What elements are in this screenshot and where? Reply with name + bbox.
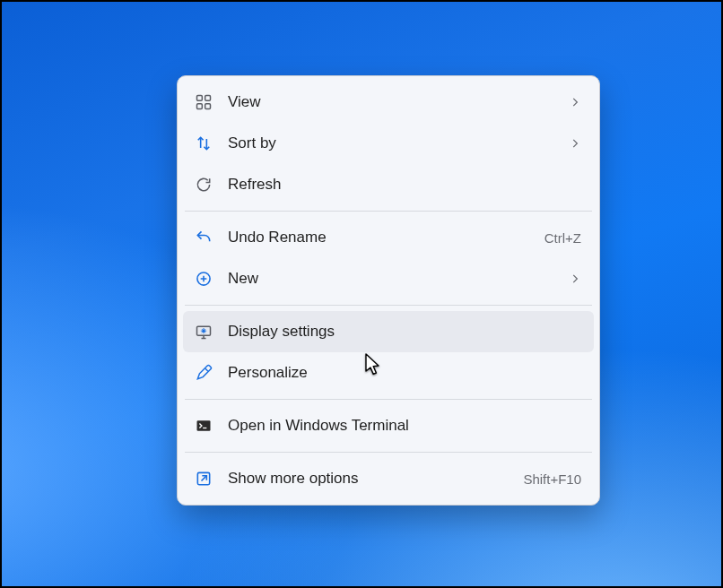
expand-icon [194, 469, 213, 489]
menu-item-sort[interactable]: Sort by [183, 123, 594, 164]
menu-separator [185, 399, 592, 400]
svg-rect-0 [197, 96, 203, 101]
undo-icon [194, 228, 213, 247]
menu-item-refresh[interactable]: Refresh [183, 164, 594, 205]
svg-rect-7 [197, 420, 211, 431]
menu-item-new[interactable]: New [183, 258, 594, 299]
menu-label: Open in Windows Terminal [228, 417, 581, 435]
menu-item-more-options[interactable]: Show more options Shift+F10 [183, 458, 594, 499]
menu-label: Undo Rename [228, 229, 537, 246]
menu-label: View [228, 93, 569, 111]
menu-separator [185, 305, 592, 306]
chevron-right-icon [569, 96, 581, 108]
menu-item-display-settings[interactable]: Display settings [183, 311, 594, 352]
sort-icon [194, 134, 213, 153]
menu-accelerator: Ctrl+Z [544, 230, 581, 246]
terminal-icon [194, 416, 213, 436]
grid-icon [194, 92, 213, 112]
pen-icon [194, 363, 213, 383]
svg-rect-3 [205, 104, 211, 109]
menu-label: Personalize [228, 364, 581, 382]
menu-item-undo[interactable]: Undo Rename Ctrl+Z [183, 217, 594, 258]
menu-item-personalize[interactable]: Personalize [183, 352, 594, 393]
svg-rect-2 [197, 104, 203, 109]
context-menu: View Sort by Refresh Undo Rename Ctrl+Z … [177, 75, 600, 506]
chevron-right-icon [569, 272, 581, 285]
menu-label: Display settings [228, 323, 581, 341]
menu-accelerator: Shift+F10 [523, 471, 581, 487]
display-icon [194, 322, 213, 342]
menu-item-view[interactable]: View [183, 82, 594, 123]
svg-rect-1 [205, 96, 211, 101]
new-icon [194, 269, 213, 289]
chevron-right-icon [569, 137, 581, 150]
menu-label: New [228, 270, 569, 288]
menu-separator [185, 452, 592, 453]
svg-point-6 [202, 329, 205, 333]
menu-label: Refresh [228, 176, 581, 194]
menu-label: Sort by [228, 134, 569, 152]
menu-separator [185, 211, 592, 212]
menu-label: Show more options [228, 470, 516, 488]
menu-item-terminal[interactable]: Open in Windows Terminal [183, 405, 594, 446]
refresh-icon [194, 175, 213, 195]
